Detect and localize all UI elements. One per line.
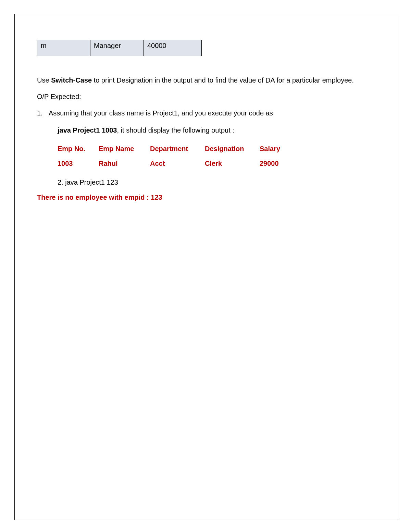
instruction-para: Use Switch-Case to print Designation in … [37, 75, 376, 85]
cell-da: 40000 [144, 40, 202, 56]
col-emp-no: Emp No. [58, 141, 99, 156]
list-item-text: Assuming that your class name is Project… [49, 109, 273, 117]
text: , it should display the following output… [117, 126, 234, 134]
col-department: Department [150, 141, 205, 156]
page: m Manager 40000 Use Switch-Case to print… [0, 0, 411, 532]
expected-output-table: Emp No. Emp Name Department Designation … [58, 141, 297, 171]
cell-salary: 29000 [260, 156, 297, 171]
command-text: java Project1 1003 [58, 126, 117, 134]
list-number: 1. [37, 108, 49, 118]
error-output: There is no employee with empid : 123 [37, 194, 376, 201]
page-border: m Manager 40000 Use Switch-Case to print… [14, 14, 399, 520]
col-designation: Designation [205, 141, 260, 156]
cell-department: Acct [150, 156, 205, 171]
cell-emp-name: Rahul [99, 156, 150, 171]
list-item-1: 1.Assuming that your class name is Proje… [37, 108, 376, 118]
text: to print Designation in the output and t… [92, 76, 354, 84]
op-expected-label: O/P Expected: [37, 91, 376, 102]
cell-code: m [37, 40, 90, 56]
designation-da-table: m Manager 40000 [37, 40, 202, 56]
table-row: 1003 Rahul Acct Clerk 29000 [58, 156, 297, 171]
cell-designation: Manager [90, 40, 144, 56]
list-item-1-cont: java Project1 1003, it should display th… [58, 125, 376, 135]
switch-case-bold: Switch-Case [51, 76, 92, 84]
table-row: m Manager 40000 [37, 40, 202, 56]
col-emp-name: Emp Name [99, 141, 150, 156]
cell-emp-no: 1003 [58, 156, 99, 171]
cell-designation: Clerk [205, 156, 260, 171]
table-header-row: Emp No. Emp Name Department Designation … [58, 141, 297, 156]
text: Use [37, 76, 51, 84]
list-item-2: 2. java Project1 123 [58, 177, 376, 187]
col-salary: Salary [260, 141, 297, 156]
